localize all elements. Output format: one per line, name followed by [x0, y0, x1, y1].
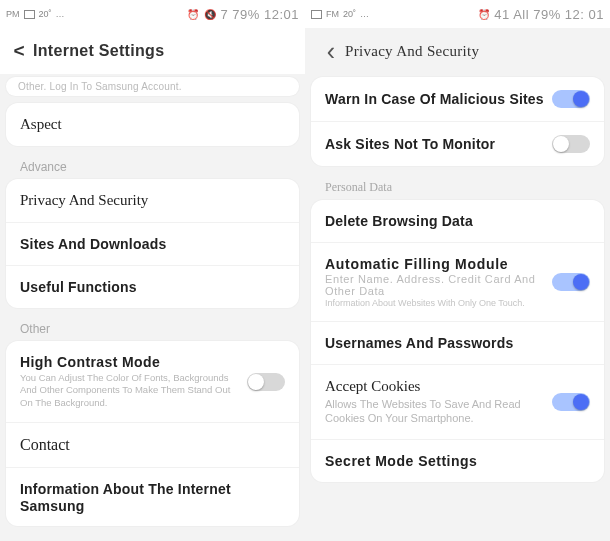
status-time-label: PM — [6, 9, 20, 19]
label-high-contrast: High Contrast Mode — [20, 354, 247, 370]
page-title: Privacy And Security — [345, 43, 479, 60]
row-useful[interactable]: Useful Functions — [6, 265, 299, 308]
row-sites[interactable]: Sites And Downloads — [6, 222, 299, 265]
status-more-icon: … — [360, 9, 369, 19]
status-more-icon: … — [56, 9, 65, 19]
row-ask[interactable]: Ask Sites Not To Monitor — [311, 121, 604, 166]
label-usernames: Usernames And Passwords — [325, 335, 514, 352]
sub-autofill: Enter Name. Address. Credit Card And Oth… — [325, 273, 552, 297]
label-about: Information About The Internet Samsung — [20, 480, 285, 514]
status-temp: 20˚ — [343, 9, 356, 19]
toggle-autofill[interactable] — [552, 273, 590, 291]
label-useful: Useful Functions — [20, 279, 137, 296]
page-title: Internet Settings — [33, 42, 164, 60]
picture-icon — [24, 10, 35, 19]
desc-autofill: Information About Websites With Only One… — [325, 298, 552, 308]
row-contact[interactable]: Contact — [6, 422, 299, 467]
label-sites: Sites And Downloads — [20, 236, 166, 253]
row-warn[interactable]: Warn In Case Of Malicious Sites — [311, 77, 604, 121]
label-warn: Warn In Case Of Malicious Sites — [325, 91, 552, 108]
desc-high-contrast: You Can Adjust The Color Of Fonts, Backg… — [20, 372, 240, 409]
label-cookies: Accept Cookies — [325, 378, 552, 395]
row-high-contrast[interactable]: High Contrast Mode You Can Adjust The Co… — [6, 341, 299, 422]
status-fm: FM — [326, 9, 339, 19]
row-autofill[interactable]: Automatic Filling Module Enter Name. Add… — [311, 242, 604, 321]
status-bar: FM 20˚ … ⏰ 41 All 79% 12: 01 — [305, 0, 610, 28]
row-aspect[interactable]: Aspect — [6, 103, 299, 146]
header: ‹ Privacy And Security — [305, 28, 610, 74]
alarm-icon: ⏰ — [187, 9, 200, 20]
header: < Internet Settings — [0, 28, 305, 74]
toggle-warn[interactable] — [552, 90, 590, 108]
row-delete[interactable]: Delete Browsing Data — [311, 200, 604, 242]
status-right: 41 All 79% 12: 01 — [494, 7, 604, 22]
row-usernames[interactable]: Usernames And Passwords — [311, 321, 604, 364]
desc-cookies: Allows The Websites To Save And Read Coo… — [325, 397, 545, 426]
section-advance: Advance — [6, 153, 299, 179]
section-personal: Personal Data — [311, 173, 604, 200]
label-privacy: Privacy And Security — [20, 192, 148, 209]
toggle-high-contrast[interactable] — [247, 373, 285, 391]
alarm-icon: ⏰ — [478, 9, 491, 20]
toggle-ask[interactable] — [552, 135, 590, 153]
row-about[interactable]: Information About The Internet Samsung — [6, 467, 299, 526]
label-delete: Delete Browsing Data — [325, 213, 473, 230]
row-privacy[interactable]: Privacy And Security — [6, 179, 299, 222]
label-secret: Secret Mode Settings — [325, 453, 477, 469]
toggle-cookies[interactable] — [552, 393, 590, 411]
label-ask: Ask Sites Not To Monitor — [325, 136, 552, 153]
back-button[interactable]: ‹ — [317, 37, 345, 65]
row-cookies[interactable]: Accept Cookies Allows The Websites To Sa… — [311, 364, 604, 439]
label-aspect: Aspect — [20, 116, 62, 133]
label-contact: Contact — [20, 436, 70, 454]
section-other: Other — [6, 315, 299, 341]
status-right: 7 79% 12:01 — [220, 7, 299, 22]
back-button[interactable]: < — [5, 37, 33, 65]
status-temp: 20˚ — [39, 9, 52, 19]
mute-icon: 🔇 — [204, 9, 217, 20]
picture-icon — [311, 10, 322, 19]
status-bar: PM 20˚ … ⏰ 🔇 7 79% 12:01 — [0, 0, 305, 28]
row-secret[interactable]: Secret Mode Settings — [311, 439, 604, 482]
label-autofill: Automatic Filling Module — [325, 256, 552, 272]
login-hint: Other. Log In To Samsung Account. — [6, 77, 299, 96]
